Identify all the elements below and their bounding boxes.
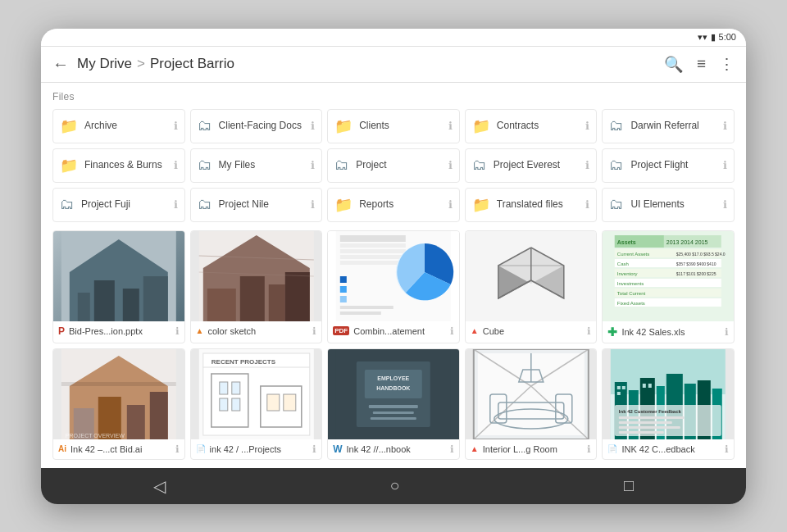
file-thumbnail: EMPLOYEE HANDBOOK [328,349,459,439]
folder-reports[interactable]: 📁 Reports ℹ [327,188,460,222]
file-footer: ✚ Ink 42 Sales.xls ℹ [603,321,734,343]
folder-archive[interactable]: 📁 Archive ℹ [52,109,185,143]
svg-rect-67 [219,382,227,394]
info-icon[interactable]: ℹ [174,159,178,171]
file-color-sketch[interactable]: ▲ color sketch ℹ [190,230,323,343]
folder-client-facing[interactable]: 🗂 Client-Facing Docs ℹ [190,109,323,143]
svg-rect-23 [340,296,347,302]
folder-name: Contracts [497,120,580,133]
folder-project[interactable]: 🗂 Project ℹ [327,148,460,183]
info-icon[interactable]: ℹ [312,443,316,455]
svg-text:2013 2014 2015: 2013 2014 2015 [666,239,708,245]
folder-project-fuji[interactable]: 🗂 Project Fuji ℹ [52,188,185,222]
info-icon[interactable]: ℹ [723,120,727,132]
file-ink42-sales[interactable]: Assets 2013 2014 2015 Current Assets Cas… [602,230,735,343]
info-icon[interactable]: ℹ [174,120,178,132]
info-icon[interactable]: ℹ [448,198,453,211]
back-button[interactable]: ← [52,55,69,74]
folder-clients[interactable]: 📁 Clients ℹ [327,109,460,143]
toolbar-actions: 🔍 ≡ ⋮ [664,55,735,74]
svg-text:Investments: Investments [617,281,644,286]
svg-rect-113 [619,421,672,424]
folder-name: My Files [219,159,305,172]
folder-darwin[interactable]: 🗂 Darwin Referral ℹ [602,109,735,143]
folder-icon: 📁 [60,117,78,135]
search-icon[interactable]: 🔍 [664,55,684,74]
svg-rect-10 [207,289,235,321]
info-icon[interactable]: ℹ [175,325,180,337]
folder-contracts[interactable]: 📁 Contracts ℹ [465,109,598,143]
svg-rect-79 [369,405,418,408]
folder-name: Client-Facing Docs [219,120,305,133]
info-icon[interactable]: ℹ [723,198,727,211]
svg-rect-17 [340,249,406,253]
file-type-icon: PDF [333,326,349,335]
svg-rect-69 [219,398,227,411]
list-view-icon[interactable]: ≡ [697,55,706,73]
svg-rect-57 [127,405,145,439]
nav-home-button[interactable]: ○ [389,476,399,495]
nav-recent-button[interactable]: □ [624,476,634,495]
svg-text:Fixed Assets: Fixed Assets [617,301,645,306]
info-icon[interactable]: ℹ [450,443,454,455]
info-icon[interactable]: ℹ [725,326,729,338]
folder-name: Finances & Burns [84,159,167,172]
info-icon[interactable]: ℹ [585,120,589,132]
svg-rect-107 [617,392,621,395]
info-icon[interactable]: ℹ [448,120,453,132]
info-icon[interactable]: ℹ [448,159,453,171]
info-icon[interactable]: ℹ [585,198,589,211]
svg-rect-112 [619,416,685,419]
info-icon[interactable]: ℹ [311,120,315,132]
folder-name: Project [356,159,442,172]
breadcrumb-root[interactable]: My Drive [77,56,132,72]
shared-folder-icon: 🗂 [472,157,487,174]
info-icon[interactable]: ℹ [311,159,315,171]
file-cube[interactable]: ▲ Cube ℹ [465,230,598,343]
shared-folder-icon: 🗂 [198,157,212,174]
svg-text:Ink 42 Customer Feedback: Ink 42 Customer Feedback [619,409,682,414]
folder-project-nile[interactable]: 🗂 Project Nile ℹ [190,188,323,222]
file-combine[interactable]: PDF Combin...atement ℹ [327,230,460,343]
info-icon[interactable]: ℹ [175,443,180,455]
file-type-icon: P [58,325,65,337]
svg-rect-3 [123,289,139,321]
svg-rect-108 [643,384,646,388]
info-icon[interactable]: ℹ [312,325,316,337]
file-ink42-handbook[interactable]: EMPLOYEE HANDBOOK W Ink 42 //...nbook ℹ [327,348,460,460]
more-options-icon[interactable]: ⋮ [719,55,735,74]
folder-project-everest[interactable]: 🗂 Project Everest ℹ [465,148,598,183]
folder-finances[interactable]: 📁 Finances & Burns ℹ [52,148,185,183]
info-icon[interactable]: ℹ [450,325,454,337]
info-icon[interactable]: ℹ [311,198,315,211]
svg-rect-5 [143,276,168,321]
file-footer: 📄 INK 42 C...edback ℹ [603,439,734,459]
info-icon[interactable]: ℹ [723,159,727,171]
breadcrumb: My Drive > Project Barrio [77,56,656,72]
file-footer: W Ink 42 //...nbook ℹ [328,439,459,459]
file-ink42-projects[interactable]: RECENT PROJECTS 📄 in [190,348,323,460]
info-icon[interactable]: ℹ [587,325,591,337]
file-type-icon: W [333,443,342,455]
svg-rect-68 [231,382,239,394]
folder-my-files[interactable]: 🗂 My Files ℹ [190,148,323,183]
time: 5:00 [719,32,736,42]
svg-rect-18 [340,255,406,259]
file-interior-room[interactable]: ▲ Interior L...g Room ℹ [465,348,598,460]
file-ink42-bid[interactable]: PROJECT OVERVIEW Ai Ink 42 –...ct Bid.ai… [52,348,185,460]
file-ink42-feedback[interactable]: Ink 42 Customer Feedback 📄 INK 42 C...ed… [602,348,735,460]
info-icon[interactable]: ℹ [725,443,729,455]
info-icon[interactable]: ℹ [587,443,591,455]
nav-back-button[interactable]: ◁ [153,476,166,496]
folder-ui-elements[interactable]: 🗂 UI Elements ℹ [602,188,735,222]
files-grid: P Bid-Pres...ion.pptx ℹ [52,230,735,460]
svg-text:$357 $390 $400 $410: $357 $390 $400 $410 [676,261,716,266]
folder-translated[interactable]: 📁 Translated files ℹ [465,188,598,222]
file-footer: ▲ Cube ℹ [466,321,597,341]
shared-folder-icon: 🗂 [609,117,624,134]
folder-project-flight[interactable]: 🗂 Project Flight ℹ [602,148,735,183]
info-icon[interactable]: ℹ [585,159,589,171]
info-icon[interactable]: ℹ [174,198,178,211]
svg-rect-106 [622,386,626,389]
file-bid-pres[interactable]: P Bid-Pres...ion.pptx ℹ [52,230,185,343]
